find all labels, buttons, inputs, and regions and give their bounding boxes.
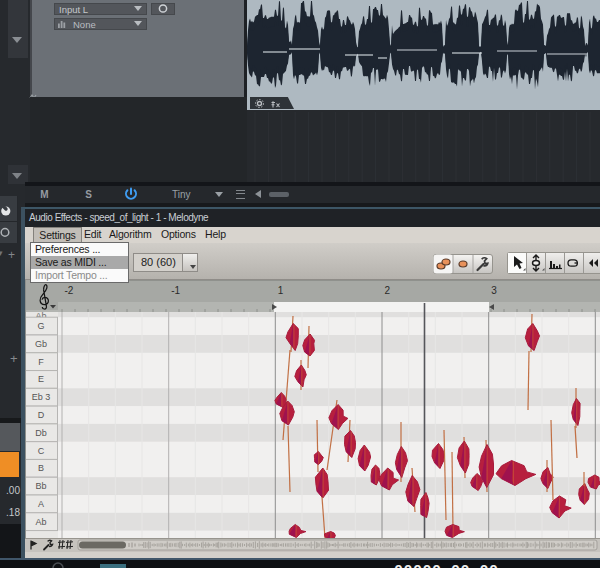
- svg-text:Bb: Bb: [35, 481, 46, 491]
- svg-text:A: A: [38, 499, 44, 509]
- svg-text:B: B: [38, 463, 44, 473]
- svg-text:-2: -2: [65, 285, 74, 296]
- svg-text:E: E: [38, 374, 44, 384]
- svg-text:D: D: [38, 410, 45, 420]
- svg-text:Db: Db: [35, 428, 47, 438]
- svg-text:1: 1: [278, 285, 284, 296]
- svg-text:F: F: [38, 357, 44, 367]
- svg-text:3: 3: [491, 285, 497, 296]
- svg-text:2: 2: [385, 285, 391, 296]
- svg-text:Ab: Ab: [35, 517, 46, 527]
- svg-text:G: G: [37, 321, 44, 331]
- svg-text:C: C: [38, 446, 45, 456]
- svg-text:-1: -1: [171, 285, 180, 296]
- svg-text:Eb 3: Eb 3: [32, 392, 51, 402]
- svg-text:Gb: Gb: [35, 339, 47, 349]
